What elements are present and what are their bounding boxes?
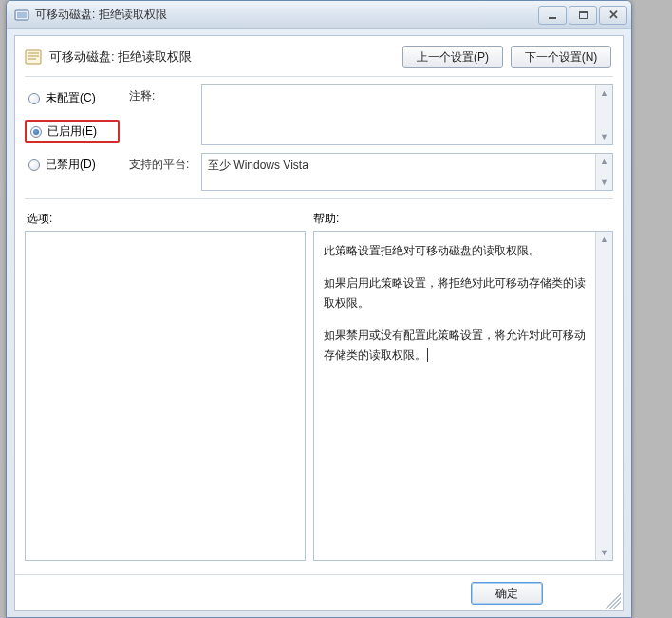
minimize-icon (549, 17, 556, 19)
scroll-down-icon: ▼ (596, 129, 612, 144)
dialog-window: 可移动磁盘: 拒绝读取权限 ✕ 可移动磁盘: 拒绝读取权限 上一个设置(P) 下… (6, 0, 632, 618)
maximize-icon (579, 11, 588, 19)
radio-label: 已启用(E) (47, 123, 97, 140)
scroll-up-icon: ▲ (596, 85, 612, 101)
svg-rect-1 (17, 12, 27, 18)
config-area: 未配置(C) 已启用(E) 已禁用(D) 注释: ▲ ▼ (15, 83, 623, 197)
header-row: 可移动磁盘: 拒绝读取权限 上一个设置(P) 下一个设置(N) (15, 36, 623, 74)
fields-column: 注释: ▲ ▼ 支持的平台: 至少 Windows Vista ▲ ▼ (129, 84, 613, 191)
svg-rect-2 (26, 50, 41, 64)
comment-value (202, 85, 595, 144)
radio-icon (28, 159, 40, 171)
scrollbar[interactable]: ▲ ▼ (595, 232, 612, 560)
platform-box: 至少 Windows Vista ▲ ▼ (201, 153, 613, 191)
window-title: 可移动磁盘: 拒绝读取权限 (35, 7, 538, 23)
help-label: 帮助: (313, 211, 339, 227)
policy-title: 可移动磁盘: 拒绝读取权限 (49, 48, 395, 66)
help-text: 此策略设置拒绝对可移动磁盘的读取权限。 如果启用此策略设置，将拒绝对此可移动存储… (314, 232, 595, 560)
client-area: 可移动磁盘: 拒绝读取权限 上一个设置(P) 下一个设置(N) 未配置(C) 已… (14, 35, 624, 611)
text-cursor (427, 348, 428, 362)
options-panel (25, 231, 306, 561)
options-label: 选项: (27, 211, 313, 227)
radio-enabled[interactable]: 已启用(E) (25, 120, 120, 143)
maximize-button[interactable] (569, 6, 597, 25)
comment-label: 注释: (129, 84, 196, 104)
scroll-down-icon: ▼ (596, 545, 612, 560)
divider (25, 198, 613, 199)
close-icon: ✕ (608, 8, 619, 22)
scroll-up-icon: ▲ (596, 232, 612, 247)
platform-value: 至少 Windows Vista (202, 154, 595, 190)
next-setting-button[interactable]: 下一个设置(N) (511, 46, 611, 68)
help-paragraph: 如果启用此策略设置，将拒绝对此可移动存储类的读取权限。 (324, 273, 586, 312)
section-labels: 选项: 帮助: (15, 205, 623, 231)
footer: 确定 (15, 574, 623, 610)
ok-button[interactable]: 确定 (471, 582, 543, 605)
platform-label: 支持的平台: (129, 153, 196, 173)
window-controls: ✕ (538, 6, 627, 25)
resize-grip[interactable] (602, 590, 621, 609)
scroll-up-icon: ▲ (596, 154, 612, 169)
minimize-button[interactable] (538, 6, 567, 25)
close-button[interactable]: ✕ (599, 6, 627, 25)
titlebar[interactable]: 可移动磁盘: 拒绝读取权限 ✕ (7, 1, 631, 29)
help-paragraph: 此策略设置拒绝对可移动磁盘的读取权限。 (324, 241, 586, 260)
scrollbar[interactable]: ▲ ▼ (595, 85, 612, 144)
scrollbar[interactable]: ▲ ▼ (595, 154, 612, 190)
radio-icon (30, 126, 42, 138)
lower-panels: 此策略设置拒绝对可移动磁盘的读取权限。 如果启用此策略设置，将拒绝对此可移动存储… (15, 231, 623, 561)
radio-icon (28, 93, 40, 104)
app-icon (14, 8, 29, 23)
radio-not-configured[interactable]: 未配置(C) (25, 88, 120, 108)
radio-label: 未配置(C) (46, 90, 96, 106)
radio-group: 未配置(C) 已启用(E) 已禁用(D) (25, 84, 120, 191)
radio-label: 已禁用(D) (46, 157, 96, 173)
divider (25, 76, 613, 77)
radio-disabled[interactable]: 已禁用(D) (25, 155, 120, 175)
comment-textbox[interactable]: ▲ ▼ (201, 84, 613, 145)
policy-icon (25, 48, 42, 66)
help-paragraph: 如果禁用或没有配置此策略设置，将允许对此可移动存储类的读取权限。 (324, 326, 586, 365)
help-panel: 此策略设置拒绝对可移动磁盘的读取权限。 如果启用此策略设置，将拒绝对此可移动存储… (313, 231, 613, 561)
previous-setting-button[interactable]: 上一个设置(P) (402, 46, 503, 68)
scroll-down-icon: ▼ (596, 175, 612, 190)
